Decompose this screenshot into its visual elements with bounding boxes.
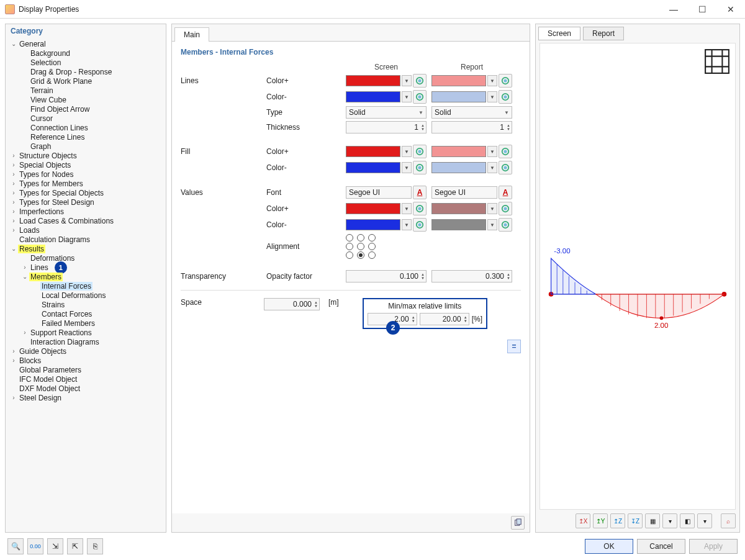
color-picker-icon[interactable] bbox=[499, 74, 512, 88]
chevron-down-icon[interactable]: ▼ bbox=[487, 75, 497, 86]
chevron-down-icon[interactable]: ▼ bbox=[402, 162, 412, 173]
thickness-screen-spin[interactable]: 1▲▼ bbox=[346, 121, 427, 133]
tree-item[interactable]: ·Grid & Work Plane bbox=[6, 76, 166, 86]
color-picker-icon[interactable] bbox=[413, 218, 427, 232]
tree-item[interactable]: ›Types for Nodes bbox=[6, 169, 166, 179]
view-y-icon[interactable]: ↥Y bbox=[593, 513, 608, 528]
chevron-down-icon[interactable]: ▼ bbox=[487, 146, 497, 157]
close-button[interactable]: ✕ bbox=[716, 0, 745, 19]
equals-button[interactable]: = bbox=[507, 340, 521, 353]
tree-item[interactable]: ›Guide Objects bbox=[6, 346, 166, 356]
type-report-select[interactable]: Solid▼ bbox=[431, 106, 512, 119]
tree-item[interactable]: ›Types for Steel Design bbox=[6, 197, 166, 207]
color-picker-icon[interactable] bbox=[413, 74, 427, 88]
thickness-report-spin[interactable]: 1▲▼ bbox=[431, 121, 512, 133]
tree-item[interactable]: ·Connection Lines bbox=[6, 123, 166, 132]
import-icon[interactable]: ⇲ bbox=[47, 538, 63, 554]
fill-report-color-plus[interactable] bbox=[431, 146, 486, 157]
cancel-button[interactable]: Cancel bbox=[637, 539, 685, 554]
tree-item[interactable]: ·Find Object Arrow bbox=[6, 104, 166, 114]
cube-view-dropdown-icon[interactable]: ▾ bbox=[697, 513, 712, 528]
copy-icon[interactable]: ⎘ bbox=[87, 538, 103, 554]
tree-item[interactable]: ›Load Cases & Combinations bbox=[6, 216, 166, 225]
opacity-screen-spin[interactable]: 0.100▲▼ bbox=[346, 270, 427, 282]
font-icon[interactable]: A bbox=[499, 186, 512, 199]
tree-item[interactable]: ·Graph bbox=[6, 142, 166, 151]
search-icon[interactable]: 🔍 bbox=[7, 538, 24, 554]
color-picker-icon[interactable] bbox=[499, 218, 512, 232]
chevron-down-icon[interactable]: ▼ bbox=[487, 203, 497, 214]
tree-item[interactable]: ·Internal Forces bbox=[6, 281, 166, 291]
view-neg-z-icon[interactable]: ↧Z bbox=[628, 513, 643, 528]
font-icon[interactable]: A bbox=[413, 186, 427, 199]
export-icon[interactable]: ⇱ bbox=[67, 538, 83, 554]
tree-item[interactable]: ·Deformations bbox=[6, 253, 166, 263]
iso-view-icon[interactable]: ▦ bbox=[645, 513, 660, 528]
chevron-down-icon[interactable]: ▼ bbox=[487, 162, 497, 173]
tree-item[interactable]: ›Blocks bbox=[6, 356, 166, 365]
chevron-down-icon[interactable]: ▼ bbox=[402, 146, 412, 157]
minimize-button[interactable]: — bbox=[659, 0, 688, 19]
tree-item[interactable]: ·Strains bbox=[6, 300, 166, 309]
fill-screen-color-plus[interactable] bbox=[346, 146, 400, 157]
tree-item[interactable]: ·Interaction Diagrams bbox=[6, 337, 166, 346]
tree-item[interactable]: ·IFC Model Object bbox=[6, 374, 166, 384]
color-picker-icon[interactable] bbox=[413, 145, 427, 158]
tree-item[interactable]: ›Imperfections bbox=[6, 207, 166, 216]
color-picker-icon[interactable] bbox=[499, 90, 512, 104]
color-picker-icon[interactable] bbox=[413, 161, 427, 174]
lines-screen-color-plus[interactable] bbox=[346, 75, 400, 86]
copy-settings-icon[interactable] bbox=[511, 516, 525, 530]
font-report-select[interactable]: Segoe UI bbox=[431, 186, 497, 199]
tree-item[interactable]: ·Local Deformations bbox=[6, 291, 166, 300]
tree-item[interactable]: ›Loads bbox=[6, 225, 166, 235]
units-icon[interactable]: 0.00 bbox=[27, 538, 43, 554]
font-screen-select[interactable]: Segoe UI bbox=[346, 186, 412, 199]
fill-screen-color-minus[interactable] bbox=[346, 162, 400, 173]
tree-item[interactable]: ›Support Reactions bbox=[6, 328, 166, 337]
tree-item[interactable]: ·Selection bbox=[6, 58, 166, 67]
ok-button[interactable]: OK bbox=[585, 539, 633, 554]
chevron-down-icon[interactable]: ▼ bbox=[402, 75, 412, 86]
lines-report-color-plus[interactable] bbox=[431, 75, 486, 86]
tree-item[interactable]: ⌄General bbox=[6, 39, 166, 48]
chevron-down-icon[interactable]: ▼ bbox=[402, 91, 412, 102]
cube-view-icon[interactable]: ◧ bbox=[680, 513, 695, 528]
tree-item[interactable]: ·Background bbox=[6, 48, 166, 58]
tree-item[interactable]: ›Types for Members bbox=[6, 179, 166, 188]
preview-tab-screen[interactable]: Screen bbox=[538, 27, 580, 40]
tree-item[interactable]: ›Steel Design bbox=[6, 393, 166, 402]
values-screen-color-minus[interactable] bbox=[346, 219, 400, 230]
chevron-down-icon[interactable]: ▼ bbox=[487, 219, 497, 230]
fill-report-color-minus[interactable] bbox=[431, 162, 486, 173]
preview-tab-report[interactable]: Report bbox=[583, 27, 624, 40]
tree-item[interactable]: ⌄Members bbox=[6, 272, 166, 281]
limits-max-spin[interactable]: 20.00▲▼ bbox=[420, 313, 469, 325]
category-tree[interactable]: ⌄General·Background·Selection·Drag & Dro… bbox=[6, 38, 166, 532]
tree-item[interactable]: ›Lines1 bbox=[6, 263, 166, 272]
tab-main[interactable]: Main bbox=[174, 27, 209, 42]
values-screen-color-plus[interactable] bbox=[346, 203, 400, 214]
tree-item[interactable]: ⌄Results bbox=[6, 244, 166, 253]
tree-item[interactable]: ›Special Objects bbox=[6, 160, 166, 169]
tree-item[interactable]: ›Structure Objects bbox=[6, 151, 166, 160]
values-report-color-plus[interactable] bbox=[431, 203, 486, 214]
reset-view-icon[interactable]: ⌕ bbox=[721, 513, 736, 528]
color-picker-icon[interactable] bbox=[499, 202, 512, 215]
chevron-down-icon[interactable]: ▼ bbox=[487, 91, 497, 102]
tree-item[interactable]: ·Terrain bbox=[6, 86, 166, 95]
tree-item[interactable]: ·Reference Lines bbox=[6, 132, 166, 142]
lines-screen-color-minus[interactable] bbox=[346, 91, 400, 102]
view-z-icon[interactable]: ↥Z bbox=[610, 513, 625, 528]
tree-item[interactable]: ·DXF Model Object bbox=[6, 384, 166, 393]
type-screen-select[interactable]: Solid▼ bbox=[346, 106, 427, 119]
opacity-report-spin[interactable]: 0.300▲▼ bbox=[431, 270, 512, 282]
values-report-color-minus[interactable] bbox=[431, 219, 486, 230]
lines-report-color-minus[interactable] bbox=[431, 91, 486, 102]
tree-item[interactable]: ·Calculation Diagrams bbox=[6, 235, 166, 244]
alignment-grid[interactable] bbox=[346, 234, 512, 259]
color-picker-icon[interactable] bbox=[413, 90, 427, 104]
tree-item[interactable]: ·Contact Forces bbox=[6, 309, 166, 318]
maximize-button[interactable]: ☐ bbox=[688, 0, 716, 19]
chevron-down-icon[interactable]: ▼ bbox=[402, 219, 412, 230]
